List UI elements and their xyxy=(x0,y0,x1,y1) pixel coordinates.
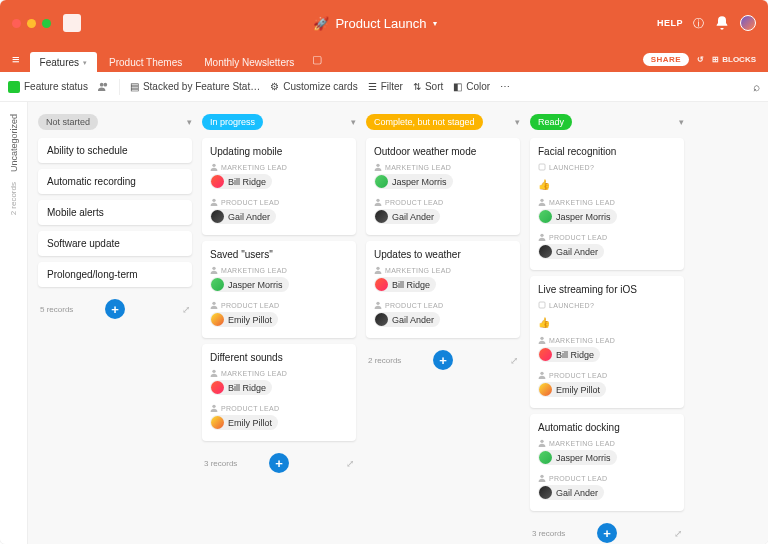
column-footer: 2 records + ⤢ xyxy=(366,344,520,376)
user-name: Bill Ridge xyxy=(556,350,594,360)
user-chip[interactable]: Gail Ander xyxy=(374,312,440,327)
app-logo-icon[interactable] xyxy=(63,14,81,32)
column-header[interactable]: In progress ▾ xyxy=(202,114,356,130)
share-button[interactable]: SHARE xyxy=(643,53,690,66)
column-header[interactable]: Ready ▾ xyxy=(530,114,684,130)
user-name: Gail Ander xyxy=(392,212,434,222)
add-record-button[interactable]: + xyxy=(105,299,125,319)
zoom-icon[interactable] xyxy=(42,19,51,28)
user-chip[interactable]: Gail Ander xyxy=(538,244,604,259)
titlebar: 🚀 Product Launch ▾ HELP ⓘ xyxy=(0,0,768,46)
expand-icon[interactable]: ⤢ xyxy=(289,458,354,469)
kanban-card[interactable]: Automatic docking MARKETING LEAD Jasper … xyxy=(530,414,684,511)
expand-icon[interactable]: ⤢ xyxy=(125,304,190,315)
table-tabs: ≡ Features▾ Product Themes Monthly Newsl… xyxy=(0,46,768,72)
help-icon[interactable]: ⓘ xyxy=(693,16,704,31)
chevron-down-icon: ▾ xyxy=(679,117,684,127)
tab-monthly-newsletters[interactable]: Monthly Newsletters xyxy=(194,52,304,72)
color-button[interactable]: ◧Color xyxy=(453,81,490,92)
user-chip[interactable]: Emily Pillot xyxy=(538,382,606,397)
svg-point-9 xyxy=(376,199,379,202)
person-icon xyxy=(210,404,218,412)
user-chip[interactable]: Bill Ridge xyxy=(210,174,272,189)
kanban-card[interactable]: Updating mobile MARKETING LEAD Bill Ridg… xyxy=(202,138,356,235)
field-label-marketing: MARKETING LEAD xyxy=(385,164,451,171)
help-link[interactable]: HELP xyxy=(657,18,683,28)
status-pill: In progress xyxy=(202,114,263,130)
person-icon xyxy=(538,439,546,447)
minimize-icon[interactable] xyxy=(27,19,36,28)
svg-point-13 xyxy=(540,199,543,202)
kanban-board[interactable]: Not started ▾ Ability to scheduleAutomat… xyxy=(28,102,768,544)
kanban-card[interactable]: Facial recognition LAUNCHED? 👍 MARKETING… xyxy=(530,138,684,270)
field-label-marketing: MARKETING LEAD xyxy=(549,199,615,206)
filter-button[interactable]: ☰Filter xyxy=(368,81,403,92)
add-record-button[interactable]: + xyxy=(269,453,289,473)
notifications-icon[interactable] xyxy=(714,15,730,31)
expand-icon[interactable]: ⤢ xyxy=(617,528,682,539)
expand-icon[interactable]: ⤢ xyxy=(453,355,518,366)
record-count: 3 records xyxy=(532,529,597,538)
svg-point-10 xyxy=(376,267,379,270)
blocks-button[interactable]: ⊞BLOCKS xyxy=(712,55,756,64)
history-button[interactable]: ↺ xyxy=(697,55,704,64)
kanban-card[interactable]: Live streaming for iOS LAUNCHED? 👍 MARKE… xyxy=(530,276,684,408)
user-chip[interactable]: Emily Pillot xyxy=(210,312,278,327)
add-record-button[interactable]: + xyxy=(433,350,453,370)
user-avatar[interactable] xyxy=(740,15,756,31)
card-title: Ability to schedule xyxy=(47,145,183,156)
user-chip[interactable]: Jasper Morris xyxy=(210,277,289,292)
collaborators-button[interactable] xyxy=(98,81,109,92)
add-record-button[interactable]: + xyxy=(597,523,617,543)
add-table-button[interactable]: ▢ xyxy=(306,49,328,70)
svg-point-3 xyxy=(212,199,215,202)
user-chip[interactable]: Gail Ander xyxy=(374,209,440,224)
kanban-card[interactable]: Software update xyxy=(38,231,192,256)
user-chip[interactable]: Jasper Morris xyxy=(538,450,617,465)
kanban-card[interactable]: Ability to schedule xyxy=(38,138,192,163)
stack-sidebar[interactable]: Uncategorized 2 records xyxy=(0,102,28,544)
column-header[interactable]: Complete, but not staged ▾ xyxy=(366,114,520,130)
chevron-down-icon: ▾ xyxy=(83,59,87,67)
view-toolbar: Feature status ▤Stacked by Feature Stat…… xyxy=(0,72,768,102)
kanban-card[interactable]: Automatic recording xyxy=(38,169,192,194)
user-chip[interactable]: Gail Ander xyxy=(210,209,276,224)
user-chip[interactable]: Bill Ridge xyxy=(538,347,600,362)
user-chip[interactable]: Emily Pillot xyxy=(210,415,278,430)
user-chip[interactable]: Jasper Morris xyxy=(538,209,617,224)
view-switcher[interactable]: Feature status xyxy=(8,81,88,93)
more-button[interactable]: ⋯ xyxy=(500,81,510,92)
kanban-card[interactable]: Mobile alerts xyxy=(38,200,192,225)
user-avatar-icon xyxy=(539,210,552,223)
column-header[interactable]: Not started ▾ xyxy=(38,114,192,130)
svg-point-11 xyxy=(376,302,379,305)
card-title: Saved "users" xyxy=(210,249,348,260)
checkbox-icon xyxy=(538,301,546,309)
sidebar-group-label: Uncategorized xyxy=(9,110,19,176)
person-icon xyxy=(374,198,382,206)
card-title: Updating mobile xyxy=(210,146,348,157)
kanban-card[interactable]: Updates to weather MARKETING LEAD Bill R… xyxy=(366,241,520,338)
menu-icon[interactable]: ≡ xyxy=(12,52,20,67)
user-chip[interactable]: Bill Ridge xyxy=(210,380,272,395)
kanban-card[interactable]: Different sounds MARKETING LEAD Bill Rid… xyxy=(202,344,356,441)
user-chip[interactable]: Jasper Morris xyxy=(374,174,453,189)
kanban-card[interactable]: Saved "users" MARKETING LEAD Jasper Morr… xyxy=(202,241,356,338)
close-icon[interactable] xyxy=(12,19,21,28)
tab-product-themes[interactable]: Product Themes xyxy=(99,52,192,72)
svg-point-4 xyxy=(212,267,215,270)
tab-features[interactable]: Features▾ xyxy=(30,52,97,72)
search-button[interactable]: ⌕ xyxy=(753,80,760,94)
user-avatar-icon xyxy=(211,210,224,223)
base-title[interactable]: 🚀 Product Launch ▾ xyxy=(93,16,657,31)
window-controls[interactable] xyxy=(12,19,51,28)
svg-point-16 xyxy=(540,337,543,340)
sort-button[interactable]: ⇅Sort xyxy=(413,81,443,92)
kanban-card[interactable]: Prolonged/long-term xyxy=(38,262,192,287)
customize-cards-button[interactable]: ⚙Customize cards xyxy=(270,81,357,92)
user-chip[interactable]: Bill Ridge xyxy=(374,277,436,292)
kanban-card[interactable]: Outdoor weather mode MARKETING LEAD Jasp… xyxy=(366,138,520,235)
user-chip[interactable]: Gail Ander xyxy=(538,485,604,500)
stack-button[interactable]: ▤Stacked by Feature Stat… xyxy=(130,81,260,92)
chevron-down-icon: ▾ xyxy=(351,117,356,127)
